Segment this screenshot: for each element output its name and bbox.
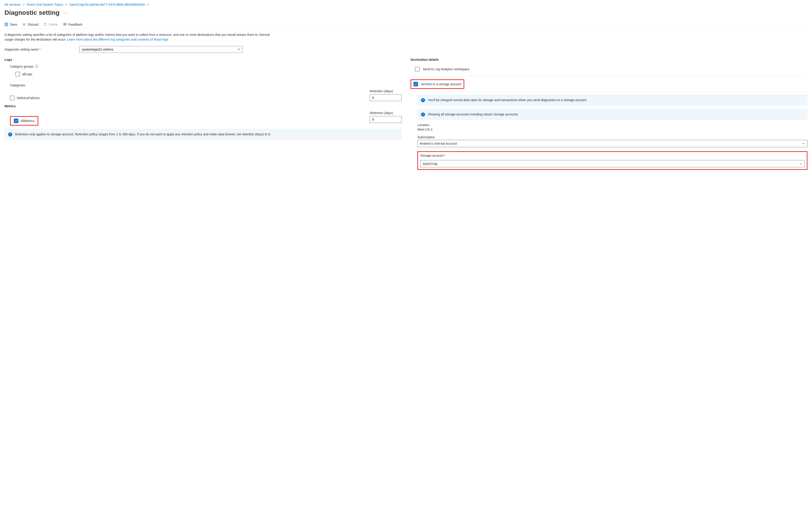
- info-icon: i: [421, 113, 425, 117]
- setting-name-input[interactable]: [79, 46, 243, 53]
- save-label: Save: [10, 23, 17, 26]
- all-logs-label: allLogs: [22, 72, 32, 76]
- archive-highlight: Archive to a storage account: [411, 79, 464, 89]
- log-analytics-label: Send to Log Analytics workspace: [423, 67, 469, 71]
- delete-label: Delete: [49, 23, 58, 26]
- breadcrumb-link-0[interactable]: All services: [4, 3, 21, 6]
- subscription-value: Roberto's Internal Account: [420, 142, 457, 145]
- more-icon[interactable]: ···: [63, 10, 68, 15]
- learn-more-link[interactable]: Learn more about the different log categ…: [67, 38, 168, 41]
- trash-icon: [43, 23, 47, 26]
- close-icon: [22, 23, 26, 26]
- breadcrumb: All services > Event Grid System Topics …: [4, 3, 808, 6]
- storage-label: Storage account *: [420, 154, 805, 157]
- info-icon[interactable]: i: [35, 65, 38, 68]
- setting-name-label: Diagnostic setting name *: [4, 48, 79, 51]
- breadcrumb-link-1[interactable]: Event Grid System Topics: [27, 3, 63, 6]
- storage-select[interactable]: topic01stg: [420, 160, 805, 167]
- all-metrics-label: AllMetrics: [21, 119, 34, 123]
- delivery-failures-checkbox[interactable]: [10, 96, 15, 100]
- logs-heading: Logs: [4, 58, 401, 62]
- delivery-failures-label: DeliveryFailures: [17, 96, 39, 100]
- retention-label-logs: Retention (days): [370, 89, 401, 93]
- svg-rect-6: [44, 23, 46, 26]
- delete-button: Delete: [43, 23, 58, 26]
- discard-button[interactable]: Discard: [22, 23, 38, 26]
- feedback-label: Feedback: [68, 23, 82, 26]
- toolbar: Save Discard Delete Feedback: [4, 23, 808, 29]
- chevron-right-icon: >: [23, 3, 25, 6]
- feedback-icon: [63, 23, 67, 26]
- categories-label: Categories: [10, 83, 26, 87]
- save-button[interactable]: Save: [4, 23, 17, 26]
- info-icon: i: [421, 98, 425, 102]
- description-text: A diagnostic setting specifies a list of…: [4, 32, 277, 42]
- category-groups-label: Category groups: [10, 65, 34, 68]
- archive-checkbox[interactable]: [413, 82, 418, 86]
- all-logs-checkbox[interactable]: [15, 72, 20, 77]
- allmetrics-highlight: AllMetrics: [10, 116, 38, 126]
- retention-info-banner: i Retention only applies to storage acco…: [4, 129, 401, 140]
- archive-label: Archive to a storage account: [421, 82, 461, 86]
- feedback-button[interactable]: Feedback: [63, 23, 82, 26]
- check-icon: [237, 48, 240, 51]
- chevron-down-icon: [799, 162, 802, 165]
- page-title: Diagnostic setting: [4, 9, 60, 16]
- chevron-right-icon: >: [66, 3, 67, 6]
- location-label: Location: [417, 123, 808, 127]
- info-icon: i: [8, 132, 12, 136]
- storage-highlight: Storage account * topic01stg: [417, 151, 808, 170]
- location-value: West US 2: [417, 128, 808, 131]
- svg-rect-2: [5, 25, 7, 26]
- retention-label-metrics: Retention (days): [370, 111, 401, 115]
- classic-info-banner: i Showing all storage accounts including…: [417, 109, 808, 120]
- all-metrics-checkbox[interactable]: [14, 119, 18, 123]
- destination-heading: Destination details: [411, 58, 808, 62]
- subscription-label: Subscription: [417, 135, 808, 139]
- retention-input-logs[interactable]: [370, 94, 401, 101]
- log-analytics-checkbox[interactable]: [415, 67, 419, 71]
- svg-point-9: [64, 23, 65, 24]
- subscription-select[interactable]: Roberto's Internal Account: [417, 140, 808, 147]
- chevron-right-icon: >: [147, 3, 149, 6]
- retention-input-metrics[interactable]: [370, 116, 401, 123]
- save-icon: [4, 23, 8, 26]
- retention-note-text: Retention only applies to storage accoun…: [15, 132, 271, 137]
- svg-rect-1: [5, 23, 7, 24]
- charge-note-text: You'll be charged normal data rates for …: [428, 98, 587, 102]
- discard-label: Discard: [28, 23, 38, 26]
- breadcrumb-link-2[interactable]: topic01stg-811a624a-8a77-437e-89de-dfeb5…: [70, 3, 145, 6]
- chevron-down-icon: [802, 142, 805, 145]
- classic-note-text: Showing all storage accounts including c…: [428, 112, 518, 117]
- metrics-heading: Metrics: [4, 104, 401, 108]
- charge-info-banner: i You'll be charged normal data rates fo…: [417, 95, 808, 106]
- storage-value: topic01stg: [423, 162, 437, 165]
